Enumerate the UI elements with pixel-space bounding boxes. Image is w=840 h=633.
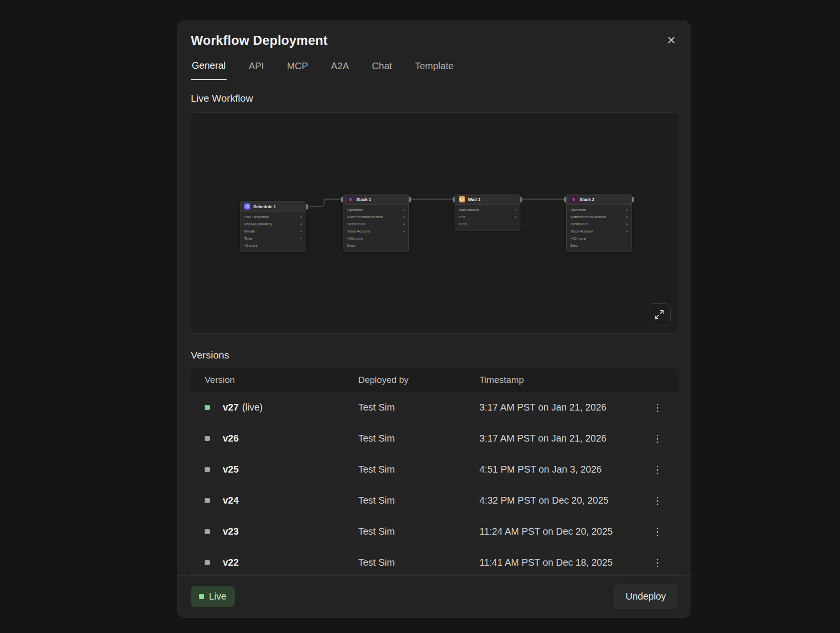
version-status-dot [205, 467, 210, 472]
node-more-label: +6 more [244, 243, 258, 248]
deployed-by: Test Sim [358, 433, 479, 444]
version-label: v26 [223, 433, 239, 443]
close-icon[interactable]: × [665, 33, 677, 47]
input-handle[interactable] [453, 197, 455, 202]
version-label: v25 [223, 464, 239, 475]
timestamp: 3:17 AM PST on Jan 21, 2026 [479, 433, 645, 444]
node-field: Slack Account [570, 229, 593, 233]
node-schedule-1[interactable]: Schedule 1 Run Frequency Interval (Minut… [240, 201, 306, 252]
table-header-row: Version Deployed by Timestamp [191, 368, 678, 392]
version-status-dot [205, 436, 210, 441]
field-port-dot [301, 223, 302, 225]
node-field: Minute [244, 229, 255, 233]
live-workflow-heading: Live Workflow [191, 93, 677, 104]
version-status-dot [205, 498, 210, 503]
output-handle[interactable] [306, 204, 308, 210]
tab-general[interactable]: General [191, 60, 227, 80]
version-label: v22 [223, 557, 239, 568]
output-handle[interactable] [632, 197, 634, 202]
input-handle[interactable] [341, 197, 343, 202]
column-version: Version [205, 375, 358, 385]
row-menu-icon[interactable]: ⋮ [649, 400, 666, 415]
timer-icon [459, 196, 465, 202]
node-field: Operation [570, 208, 586, 212]
field-port-dot [301, 238, 302, 239]
live-status-badge: Live [191, 586, 235, 607]
version-status-dot [205, 560, 210, 565]
input-handle[interactable] [564, 197, 566, 202]
node-more-label: +26 more [347, 236, 363, 241]
live-suffix: (live) [242, 402, 262, 412]
column-deployed-by: Deployed by [358, 375, 479, 385]
table-row: v25 Test Sim 4:51 PM PST on Jan 3, 2026 … [191, 454, 678, 485]
row-menu-icon[interactable]: ⋮ [649, 431, 666, 446]
undeploy-button[interactable]: Undeploy [614, 584, 677, 609]
table-row: v22 Test Sim 11:41 AM PST on Dec 18, 202… [191, 547, 678, 575]
timestamp: 4:51 PM PST on Jan 3, 2026 [479, 464, 645, 475]
workflow-deployment-modal: Workflow Deployment × General API MCP A2… [177, 21, 691, 618]
table-row: v23 Test Sim 11:24 AM PST on Dec 20, 202… [191, 516, 678, 547]
field-port-dot [626, 223, 628, 225]
row-menu-icon[interactable]: ⋮ [649, 462, 666, 477]
node-slack-1[interactable]: Slack 1 Operation Authentication Method … [343, 194, 409, 252]
node-title: Slack 2 [580, 197, 594, 202]
node-field: Time [244, 236, 252, 241]
workflow-canvas[interactable]: Schedule 1 Run Frequency Interval (Minut… [191, 112, 678, 334]
field-port-dot [403, 231, 404, 232]
live-status-label: Live [209, 591, 227, 602]
table-row: v24 Test Sim 4:32 PM PST on Dec 20, 2025… [191, 485, 678, 516]
field-port-dot [301, 216, 302, 218]
clock-icon [244, 203, 250, 210]
version-status-dot [205, 529, 210, 534]
tab-bar: General API MCP A2A Chat Template [191, 60, 677, 80]
tab-a2a[interactable]: A2A [330, 60, 350, 80]
field-port-dot [403, 223, 404, 225]
version-status-dot [205, 405, 210, 410]
tab-template[interactable]: Template [414, 60, 455, 80]
modal-header: Workflow Deployment × General API MCP A2… [177, 21, 691, 80]
node-slack-2[interactable]: Slack 2 Operation Authentication Method … [566, 194, 632, 252]
row-menu-icon[interactable]: ⋮ [649, 555, 666, 570]
node-title: Slack 1 [356, 197, 371, 202]
modal-body: Live Workflow Schedule 1 Run Frequency [177, 80, 691, 575]
version-label: v27 [223, 402, 239, 412]
version-label: v24 [223, 495, 239, 506]
version-label: v23 [223, 526, 239, 537]
output-handle[interactable] [520, 197, 522, 202]
column-timestamp: Timestamp [479, 375, 645, 385]
expand-canvas-button[interactable] [648, 303, 671, 326]
deployed-by: Test Sim [358, 495, 479, 506]
node-field: Wait Amount [459, 208, 479, 212]
expand-icon [654, 309, 664, 320]
page-title: Workflow Deployment [191, 33, 328, 48]
field-port-dot [515, 209, 516, 211]
field-port-dot [403, 209, 404, 211]
tab-api[interactable]: API [248, 60, 265, 80]
slack-icon [570, 196, 577, 202]
output-handle[interactable] [409, 197, 411, 202]
row-menu-icon[interactable]: ⋮ [649, 493, 666, 508]
node-wait-1[interactable]: Wait 1 Wait Amount Unit Error [455, 194, 520, 231]
field-port-dot [515, 216, 516, 218]
node-error-label: Error [570, 243, 579, 248]
node-field: Unit [459, 215, 465, 219]
timestamp: 4:32 PM PST on Dec 20, 2025 [479, 495, 645, 506]
timestamp: 11:41 AM PST on Dec 18, 2025 [479, 557, 645, 568]
field-port-dot [301, 231, 302, 232]
deployed-by: Test Sim [358, 402, 479, 413]
timestamp: 11:24 AM PST on Dec 20, 2025 [479, 526, 645, 537]
node-more-label: +26 more [570, 236, 586, 241]
modal-footer: Live Undeploy [177, 575, 691, 617]
node-field: Slack Account [347, 229, 370, 233]
node-field: Interval (Minutes) [244, 222, 272, 226]
tab-chat[interactable]: Chat [371, 60, 393, 80]
node-field: Operation [347, 208, 363, 212]
table-row: v27(live) Test Sim 3:17 AM PST on Jan 21… [191, 392, 678, 423]
deployed-by: Test Sim [358, 526, 479, 537]
table-row: v26 Test Sim 3:17 AM PST on Jan 21, 2026… [191, 423, 678, 454]
row-menu-icon[interactable]: ⋮ [649, 524, 666, 539]
timestamp: 3:17 AM PST on Jan 21, 2026 [479, 402, 645, 413]
node-field: Run Frequency [244, 215, 269, 219]
tab-mcp[interactable]: MCP [286, 60, 309, 80]
versions-table: Version Deployed by Timestamp v27(live) … [191, 368, 678, 575]
